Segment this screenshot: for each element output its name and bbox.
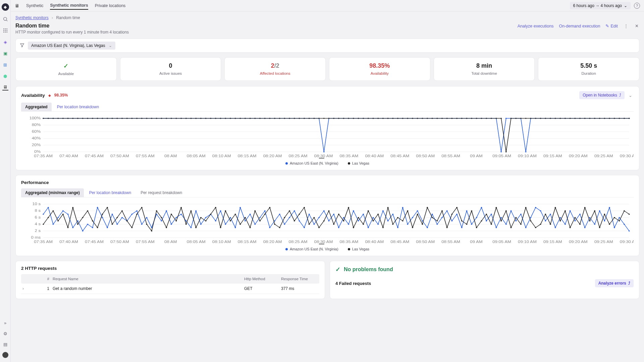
- chevron-right-icon[interactable]: ›: [22, 286, 36, 291]
- legend-label: Amazon US East (N. Virginia): [290, 161, 338, 165]
- analyze-executions-link[interactable]: Analyze executions: [518, 24, 554, 28]
- svg-point-338: [116, 224, 118, 225]
- apps-icon[interactable]: [2, 27, 8, 34]
- svg-point-222: [318, 118, 320, 119]
- svg-point-432: [579, 214, 581, 215]
- svg-text:60%: 60%: [32, 130, 41, 133]
- svg-point-544: [540, 224, 541, 225]
- availability-card: Availability ◆ 98.35% Open in Notebooks …: [15, 86, 639, 170]
- svg-point-2: [5, 28, 6, 29]
- svg-point-6: [6, 30, 7, 31]
- svg-point-328: [67, 214, 68, 215]
- nav-item-1[interactable]: ◈: [2, 39, 8, 45]
- location-select[interactable]: Amazon US East (N. Virginia), Las Vegas …: [28, 42, 115, 50]
- svg-point-438: [609, 207, 610, 208]
- svg-point-480: [225, 210, 226, 211]
- svg-point-271: [559, 118, 561, 119]
- performance-chart[interactable]: 0 ms2 s4 s6 s8 s10 s07:35 AM07:40 AM07:4…: [21, 201, 634, 245]
- close-icon[interactable]: ✕: [634, 23, 639, 29]
- svg-point-465: [151, 230, 152, 231]
- svg-point-170: [62, 118, 64, 119]
- nav-item-2[interactable]: ▣: [2, 50, 8, 56]
- svg-text:8 s: 8 s: [35, 209, 41, 213]
- svg-point-534: [491, 224, 492, 225]
- tab-private-locations[interactable]: Private locations: [95, 2, 126, 9]
- svg-point-409: [466, 210, 467, 211]
- table-row[interactable]: › 1 Get a random number GET 377 ms: [21, 284, 319, 294]
- svg-point-494: [294, 220, 295, 221]
- nav-item-4[interactable]: ⬢: [2, 73, 8, 79]
- svg-point-532: [481, 220, 482, 221]
- tab-aggregated[interactable]: Aggregated: [21, 103, 52, 111]
- svg-point-542: [530, 220, 531, 221]
- chevron-down-icon[interactable]: ⌄: [627, 92, 634, 99]
- svg-point-556: [599, 227, 600, 228]
- availability-badge: 98.35%: [54, 93, 68, 98]
- svg-point-144: [525, 151, 526, 152]
- svg-point-240: [407, 118, 408, 119]
- svg-point-252: [466, 118, 467, 119]
- svg-point-263: [520, 118, 522, 119]
- stats-icon[interactable]: ▤: [2, 341, 8, 347]
- svg-text:08:20 AM: 08:20 AM: [263, 154, 282, 158]
- svg-text:08:10 AM: 08:10 AM: [212, 154, 231, 158]
- expand-icon[interactable]: »: [2, 320, 8, 326]
- app-logo[interactable]: ◆: [2, 3, 9, 11]
- tab-synthetic-monitors[interactable]: Synthetic monitors: [50, 2, 88, 10]
- svg-text:08:50 AM: 08:50 AM: [416, 240, 435, 244]
- edit-button[interactable]: ✎ Edit: [605, 23, 618, 28]
- svg-point-493: [289, 210, 290, 211]
- kpi-affected-locations[interactable]: 2/2 Affected locations: [224, 57, 326, 81]
- svg-text:09:15 AM: 09:15 AM: [543, 154, 562, 158]
- legend-label: Amazon US East (N. Virginia): [290, 247, 338, 251]
- svg-point-509: [368, 210, 369, 211]
- kpi-availability[interactable]: 98.35% Availability: [329, 57, 430, 81]
- svg-point-373: [289, 217, 290, 218]
- nav-item-5[interactable]: 🖥: [2, 84, 8, 90]
- legend-label: Las Vegas: [352, 247, 369, 251]
- section-icon: 🖥: [15, 3, 19, 8]
- breadcrumb-parent[interactable]: Synthetic monitors: [15, 15, 49, 20]
- kpi-active-issues[interactable]: 0 Active issues: [120, 57, 221, 81]
- svg-point-530: [471, 210, 472, 211]
- kpi-duration[interactable]: 5.50 s Duration: [538, 57, 639, 81]
- tab-per-location[interactable]: Per location breakdown: [85, 188, 135, 197]
- svg-point-414: [491, 214, 492, 215]
- svg-point-212: [269, 118, 270, 119]
- availability-chart[interactable]: 0%20%40%60%80%100%07:35 AM07:40 AM07:45 …: [21, 116, 634, 159]
- ondemand-execution-link[interactable]: On-demand execution: [559, 24, 600, 28]
- tab-aggregated-range[interactable]: Aggregated (min/max range): [21, 188, 84, 197]
- svg-point-522: [432, 217, 433, 218]
- svg-point-413: [486, 220, 487, 221]
- settings-icon[interactable]: ⚙: [2, 330, 8, 337]
- svg-point-224: [328, 118, 329, 119]
- svg-point-7: [3, 32, 4, 33]
- time-range-selector[interactable]: 6 hours ago → 4 hours ago ⌄: [570, 2, 631, 9]
- svg-point-539: [515, 217, 517, 218]
- svg-point-269: [550, 118, 551, 119]
- svg-point-336: [107, 227, 108, 228]
- col-response: Response Time: [281, 277, 318, 281]
- pencil-icon: ✎: [605, 23, 609, 28]
- tab-synthetic[interactable]: Synthetic: [26, 2, 43, 9]
- help-icon[interactable]: ?: [634, 3, 640, 9]
- svg-point-193: [175, 118, 177, 119]
- svg-point-435: [594, 224, 595, 225]
- nav-item-3[interactable]: ⊞: [2, 62, 8, 68]
- svg-point-327: [62, 210, 64, 211]
- tab-per-request[interactable]: Per request breakdown: [137, 188, 186, 197]
- filter-icon[interactable]: [20, 43, 24, 49]
- kpi-downtime[interactable]: 8 min Total downtime: [434, 57, 535, 81]
- svg-point-285: [629, 118, 630, 119]
- analyze-errors-button[interactable]: Analyze errors ⤴: [595, 279, 634, 287]
- svg-point-326: [57, 217, 59, 218]
- more-icon[interactable]: ⋮: [623, 23, 629, 29]
- svg-point-3: [6, 28, 7, 29]
- user-icon[interactable]: [2, 352, 8, 358]
- kpi-available[interactable]: ✓ Available: [15, 57, 117, 81]
- open-notebooks-button[interactable]: Open in Notebooks ⤴: [579, 91, 625, 99]
- search-icon[interactable]: [2, 16, 8, 22]
- tab-per-location[interactable]: Per location breakdown: [53, 103, 103, 111]
- svg-text:08:30 AM: 08:30 AM: [314, 240, 333, 244]
- svg-point-517: [407, 210, 408, 211]
